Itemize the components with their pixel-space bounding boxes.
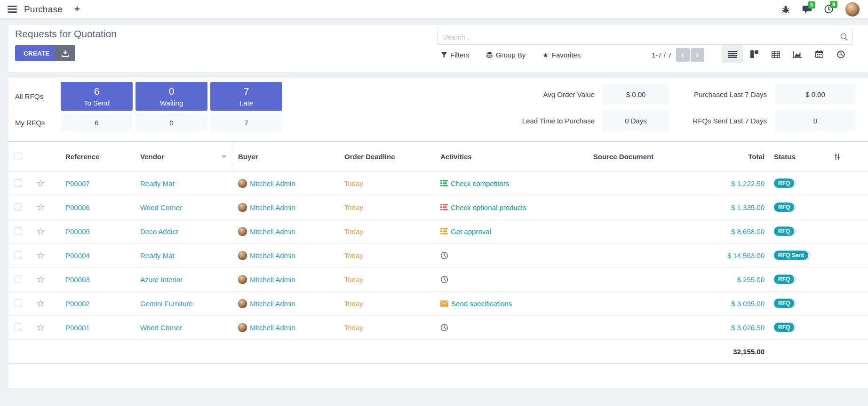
buyer-link[interactable]: Mitchell Admin <box>250 252 295 260</box>
row-checkbox[interactable] <box>15 276 22 283</box>
buyer-link[interactable]: Mitchell Admin <box>250 227 295 235</box>
view-activity-button[interactable] <box>830 45 852 63</box>
my-waiting[interactable]: 0 <box>135 114 207 131</box>
activity-email-icon[interactable] <box>440 300 448 307</box>
table-header: Reference Vendor Buyer Order Deadline Ac… <box>8 141 868 171</box>
header-vendor[interactable]: Vendor <box>136 142 233 171</box>
tile-to-send[interactable]: 6 To Send <box>61 82 133 111</box>
view-graph-button[interactable] <box>787 45 808 63</box>
group-by-button[interactable]: Group By <box>486 51 526 59</box>
favorite-star-icon[interactable]: ☆ <box>36 299 45 308</box>
favorites-button[interactable]: ★ Favorites <box>542 51 581 59</box>
activity-clock-icon[interactable] <box>440 252 448 260</box>
row-checkbox[interactable] <box>15 324 22 331</box>
activity-todo-list-icon[interactable] <box>440 228 448 235</box>
table-row[interactable]: ☆ P00005 Deco Addict Mitchell Admin Toda… <box>8 219 868 244</box>
activity-todo-list-icon[interactable] <box>440 204 448 211</box>
view-switcher <box>722 45 852 63</box>
row-checkbox[interactable] <box>15 300 22 307</box>
create-button[interactable]: CREATE <box>15 45 58 61</box>
vendor-link[interactable]: Wood Corner <box>140 324 182 332</box>
favorite-star-icon[interactable]: ☆ <box>36 251 45 260</box>
reference-link[interactable]: P00001 <box>65 324 90 332</box>
activity-link[interactable]: Get approval <box>451 227 491 235</box>
reference-link[interactable]: P00007 <box>65 179 90 187</box>
my-late[interactable]: 7 <box>210 114 282 131</box>
header-order-deadline[interactable]: Order Deadline <box>338 142 432 171</box>
source-document-value <box>555 268 692 291</box>
buyer-link[interactable]: Mitchell Admin <box>250 179 295 187</box>
header-status[interactable]: Status <box>765 142 809 171</box>
table-row[interactable]: ☆ P00001 Wood Corner Mitchell Admin Toda… <box>8 316 868 340</box>
vendor-link[interactable]: Wood Corner <box>140 203 182 211</box>
row-checkbox[interactable] <box>15 179 22 187</box>
table-row[interactable]: ☆ P00006 Wood Corner Mitchell Admin Toda… <box>8 195 868 219</box>
buyer-link[interactable]: Mitchell Admin <box>250 276 295 284</box>
reference-link[interactable]: P00005 <box>65 227 90 235</box>
view-kanban-button[interactable] <box>743 45 765 63</box>
row-checkbox[interactable] <box>15 203 22 211</box>
add-tab-icon[interactable]: + <box>74 4 80 15</box>
favorite-star-icon[interactable]: ☆ <box>36 275 45 284</box>
select-all-checkbox[interactable] <box>15 153 22 160</box>
favorite-star-icon[interactable]: ☆ <box>36 323 45 332</box>
row-checkbox[interactable] <box>15 252 22 259</box>
reference-link[interactable]: P00002 <box>65 300 90 308</box>
activity-link[interactable]: Check optional products <box>451 203 526 211</box>
table-row[interactable]: ☆ P00007 Ready Mat Mitchell Admin Today … <box>8 171 868 195</box>
table-row[interactable]: ☆ P00002 Gemini Furniture Mitchell Admin… <box>8 292 868 316</box>
activity-clock-icon[interactable] <box>440 324 448 332</box>
view-list-button[interactable] <box>722 45 743 63</box>
view-pivot-button[interactable] <box>765 45 787 63</box>
favorite-star-icon[interactable]: ☆ <box>36 203 45 212</box>
activities-clock-icon[interactable]: 9 <box>824 5 833 14</box>
vendor-link[interactable]: Ready Mat <box>140 252 175 260</box>
pager-next-button[interactable]: › <box>691 48 704 62</box>
tile-waiting[interactable]: 0 Waiting <box>135 82 207 111</box>
activity-clock-icon[interactable] <box>440 276 448 284</box>
vendor-link[interactable]: Ready Mat <box>140 179 175 187</box>
tile-late[interactable]: 7 Late <box>210 82 282 111</box>
reference-link[interactable]: P00006 <box>65 203 90 211</box>
buyer-avatar <box>238 323 247 332</box>
activity-link[interactable]: Check competitors <box>451 179 509 187</box>
my-to-send[interactable]: 6 <box>61 114 133 131</box>
buyer-link[interactable]: Mitchell Admin <box>250 203 295 211</box>
header-source-document[interactable]: Source Document <box>555 142 692 171</box>
vendor-link[interactable]: Deco Addict <box>140 227 178 235</box>
buyer-link[interactable]: Mitchell Admin <box>250 324 295 332</box>
search-icon[interactable] <box>840 33 848 41</box>
favorite-star-icon[interactable]: ☆ <box>36 227 45 236</box>
view-calendar-button[interactable] <box>808 45 830 63</box>
activity-link[interactable]: Send specifications <box>451 300 512 308</box>
search-input[interactable] <box>438 29 852 44</box>
header-buyer[interactable]: Buyer <box>233 142 338 171</box>
optional-columns-icon[interactable] <box>834 153 841 160</box>
order-deadline-value: Today <box>344 276 363 284</box>
status-badge: RFQ <box>774 179 796 188</box>
row-checkbox[interactable] <box>15 227 22 235</box>
vendor-link[interactable]: Azure Interior <box>140 276 183 284</box>
filters-button[interactable]: Filters <box>441 51 470 59</box>
table-row[interactable]: ☆ P00003 Azure Interior Mitchell Admin T… <box>8 268 868 292</box>
pager-previous-button[interactable]: ‹ <box>676 48 690 62</box>
status-badge: RFQ <box>774 275 796 284</box>
app-title[interactable]: Purchase <box>24 4 63 15</box>
hamburger-menu-icon[interactable] <box>8 6 17 13</box>
stat-value-rfqs-sent-last-7-days: 0 <box>775 110 855 131</box>
messages-icon[interactable]: 5 <box>802 5 812 14</box>
header-total[interactable]: Total <box>692 142 765 171</box>
header-reference[interactable]: Reference <box>53 142 136 171</box>
debug-bug-icon[interactable] <box>781 5 790 13</box>
reference-link[interactable]: P00004 <box>65 252 90 260</box>
buyer-link[interactable]: Mitchell Admin <box>250 300 295 308</box>
table-row[interactable]: ☆ P00004 Ready Mat Mitchell Admin Today … <box>8 244 868 268</box>
header-activities[interactable]: Activities <box>432 142 555 171</box>
status-badge: RFQ <box>774 299 796 308</box>
activity-todo-list-icon[interactable] <box>440 180 448 187</box>
favorite-star-icon[interactable]: ☆ <box>36 179 45 188</box>
reference-link[interactable]: P00003 <box>65 276 90 284</box>
user-avatar[interactable] <box>845 2 860 16</box>
export-button[interactable] <box>55 45 75 61</box>
vendor-link[interactable]: Gemini Furniture <box>140 300 193 308</box>
